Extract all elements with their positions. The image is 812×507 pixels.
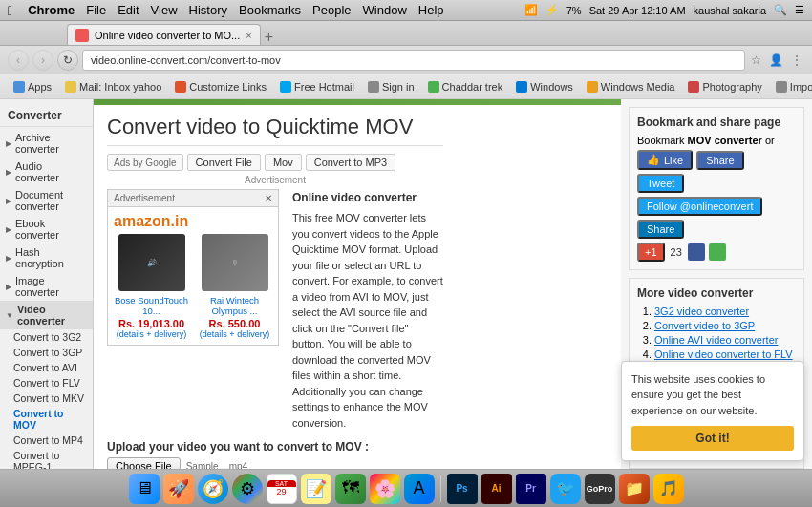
tab-close-button[interactable]: × [246, 30, 251, 41]
share-icon-green[interactable] [709, 243, 726, 261]
convert-mp3-button[interactable]: Convert to MP3 [306, 154, 395, 171]
edit-menu[interactable]: Edit [118, 3, 139, 17]
settings-icon[interactable]: ⋮ [791, 53, 802, 67]
bookmark-chaddar[interactable]: Chaddar trek [422, 79, 509, 95]
dock-twitter[interactable]: 🐦 [550, 474, 581, 504]
customize-favicon [175, 81, 186, 93]
bookmark-windows[interactable]: Windows [510, 79, 579, 95]
product-rai-name[interactable]: Rai Wintech Olympus ... [197, 295, 272, 316]
dock-premiere[interactable]: Pr [516, 474, 546, 504]
sidebar-sub-mpeg1[interactable]: Convert to MPEG-1 [0, 448, 93, 469]
notification-icon[interactable]: ☰ [795, 4, 804, 16]
facebook-like-button[interactable]: 👍 Like [637, 150, 693, 170]
dock-notes[interactable]: 📝 [301, 474, 331, 504]
bookmark-hotmail[interactable]: Free Hotmail [274, 79, 360, 95]
sidebar-sub-flv[interactable]: Convert to FLV [0, 375, 93, 391]
sidebar-item-document[interactable]: ▶ Document converter [0, 186, 93, 215]
product-bose-detail[interactable]: (details + delivery) [114, 329, 189, 339]
hotmail-favicon [280, 81, 291, 93]
li-share-label: Share [647, 223, 674, 235]
history-menu[interactable]: History [189, 3, 227, 17]
forward-button[interactable]: › [32, 50, 53, 71]
address-bar[interactable]: video.online-convert.com/convert-to-mov [82, 50, 745, 71]
reload-button[interactable]: ↻ [57, 50, 78, 71]
sidebar: Converter ▶ Archive converter ▶ Audio co… [0, 99, 94, 469]
bookmark-mail[interactable]: Mail: Inbox yahoo [59, 79, 167, 95]
product-rai-detail[interactable]: (details + delivery) [197, 329, 272, 339]
people-menu[interactable]: People [312, 3, 351, 17]
bookmarks-menu[interactable]: Bookmarks [239, 3, 301, 17]
converter-link-avi[interactable]: Online AVI video converter [654, 334, 796, 346]
dock-illustrator[interactable]: Ai [481, 474, 512, 504]
mov-button[interactable]: Mov [265, 154, 302, 171]
sidebar-item-hash[interactable]: ▶ Hash encryption [0, 243, 93, 272]
app-name-menu[interactable]: Chrome [28, 3, 75, 17]
choose-file-button[interactable]: Choose File [107, 457, 181, 469]
sidebar-sub-avi[interactable]: Convert to AVI [0, 360, 93, 375]
converter-link-3g2[interactable]: 3G2 video converter [654, 306, 796, 317]
product-bose: 🔊 Bose SoundTouch 10... Rs. 19,013.00 (d… [114, 234, 189, 339]
got-it-button[interactable]: Got it! [631, 426, 794, 451]
back-button[interactable]: ‹ [8, 50, 29, 71]
dock-launchpad[interactable]: 🚀 [163, 474, 194, 504]
bookmark-signin[interactable]: Sign in [362, 79, 420, 95]
cookie-text: This website uses cookies to ensure you … [631, 371, 794, 419]
dock-safari[interactable]: 🧭 [198, 474, 228, 504]
view-menu[interactable]: View [151, 3, 178, 17]
twitter-follow-button[interactable]: Follow @onlineconvert [637, 197, 762, 216]
dock-photoshop[interactable]: Ps [447, 474, 478, 504]
sidebar-item-video[interactable]: ▼ Video converter [0, 301, 93, 329]
gplus-button[interactable]: +1 [637, 243, 665, 262]
dock-calendar[interactable]: SAT 29 [267, 474, 297, 504]
bookmark-photo[interactable]: Photography [682, 79, 767, 95]
reload-icon: ↻ [63, 53, 73, 67]
apps-favicon [13, 81, 25, 93]
bookmark-chaddar-label: Chaddar trek [442, 81, 503, 93]
account-icon[interactable]: 👤 [769, 53, 783, 67]
sidebar-item-audio[interactable]: ▶ Audio converter [0, 158, 93, 186]
dock-itunes[interactable]: 🎵 [653, 474, 684, 504]
share-icon-blue[interactable] [688, 243, 705, 261]
sidebar-item-archive[interactable]: ▶ Archive converter [0, 129, 93, 158]
linkedin-share-button[interactable]: Share [637, 220, 684, 239]
imported-favicon [776, 81, 787, 93]
tab-bar: Online video converter to MO... × + [0, 21, 812, 46]
apple-menu[interactable]:  [8, 3, 12, 18]
sidebar-item-image[interactable]: ▶ Image converter [0, 272, 93, 301]
sidebar-sub-mkv[interactable]: Convert to MKV [0, 391, 93, 406]
dock-filezilla[interactable]: 📁 [619, 474, 650, 504]
ad-close-x[interactable]: ✕ [265, 193, 272, 203]
help-menu[interactable]: Help [418, 3, 444, 17]
arrow-icon: ▶ [6, 197, 11, 205]
sidebar-sub-3g2[interactable]: Convert to 3G2 [0, 329, 93, 345]
dock-photos[interactable]: 🌸 [370, 474, 400, 504]
browser-tab[interactable]: Online video converter to MO... × [67, 24, 261, 45]
twitter-tweet-button[interactable]: Tweet [637, 174, 684, 193]
dock-gopro[interactable]: GoPro [585, 474, 615, 504]
mov-converter-link[interactable]: MOV converter [688, 135, 762, 146]
sidebar-sub-3gp[interactable]: Convert to 3GP [0, 345, 93, 360]
sidebar-sub-mov[interactable]: Convert to MOV [0, 406, 93, 433]
dock-appstore[interactable]: A [404, 474, 435, 504]
converter-link-3gp[interactable]: Convert video to 3GP [654, 320, 796, 331]
bookmark-winmedia[interactable]: Windows Media [581, 79, 681, 95]
convert-file-button[interactable]: Convert File [187, 154, 261, 171]
product-bose-name[interactable]: Bose SoundTouch 10... [114, 295, 189, 316]
bookmark-star-icon[interactable]: ☆ [751, 53, 761, 67]
facebook-share-button[interactable]: Share [696, 151, 743, 170]
dock-finder[interactable]: 🖥 [129, 474, 160, 504]
new-tab-button[interactable]: + [265, 30, 273, 45]
sidebar-sub-mp4[interactable]: Convert to MP4 [0, 433, 93, 448]
bookmark-section-title: Bookmark and share page [637, 116, 796, 129]
converter-link-flv[interactable]: Online video converter to FLV [654, 349, 796, 360]
bookmark-customize[interactable]: Customize Links [169, 79, 272, 95]
dock-chrome[interactable]: ⚙ [232, 474, 263, 504]
file-menu[interactable]: File [86, 3, 106, 17]
bookmark-imported[interactable]: Imported From IE [770, 79, 812, 95]
dock-maps[interactable]: 🗺 [335, 474, 366, 504]
bookmark-apps[interactable]: Apps [8, 79, 57, 95]
spotlight-icon[interactable]: 🔍 [774, 4, 787, 16]
page-content: Convert video to Quicktime MOV Ads by Go… [94, 99, 621, 469]
window-menu[interactable]: Window [363, 3, 407, 17]
sidebar-item-ebook[interactable]: ▶ Ebook converter [0, 215, 93, 243]
